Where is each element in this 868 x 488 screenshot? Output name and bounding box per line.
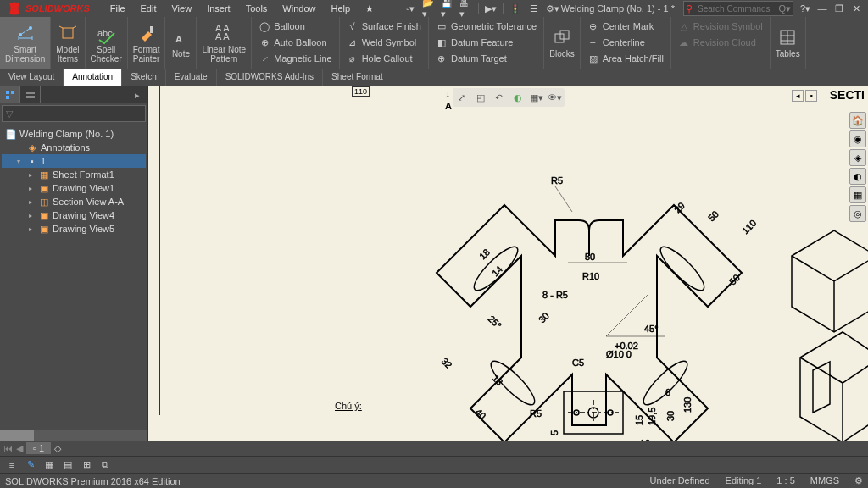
hole-callout-button[interactable]: ⌀Hole Callout [347, 51, 413, 66]
status-scale[interactable]: 1 : 5 [776, 475, 794, 486]
add-sheet-icon[interactable]: ◇ [54, 443, 61, 454]
tree-root[interactable]: 📄Welding Clamp (No. 1) [2, 127, 146, 141]
rev-cloud-button[interactable]: ☁Revision Cloud [678, 35, 756, 50]
svg-rect-14 [6, 91, 9, 94]
section-icon: ◫ [38, 196, 50, 208]
sheet-nav-first[interactable]: ⏮ [3, 443, 13, 453]
options-icon[interactable]: ☰ [527, 2, 541, 15]
open-icon[interactable]: 📂▾ [422, 2, 436, 15]
menu-tools[interactable]: Tools [239, 2, 275, 16]
quick-snap-icon[interactable]: ⊞ [80, 458, 93, 472]
zoom-fit-icon[interactable]: ⤢ [454, 90, 470, 105]
minimize-icon[interactable]: — [815, 2, 829, 15]
menu-edit[interactable]: Edit [134, 2, 164, 16]
menu-insert[interactable]: Insert [200, 2, 237, 16]
print-icon[interactable]: 🖶▾ [459, 2, 473, 15]
menu-help[interactable]: Help [324, 2, 357, 16]
smart-dimension-button[interactable]: Smart Dimension [0, 17, 51, 69]
datum-target-button[interactable]: ⊕Datum Target [436, 51, 507, 66]
blocks-button[interactable]: Blocks [544, 17, 580, 69]
menu-window[interactable]: Window [275, 2, 322, 16]
search-go-icon[interactable]: Q▾ [778, 3, 791, 14]
tree-sheet1[interactable]: ▾▪1 [2, 154, 146, 168]
tree-annotations[interactable]: ◈Annotations [2, 141, 146, 154]
restore-icon[interactable]: ❐ [832, 2, 846, 15]
dimension-icon [15, 23, 36, 43]
nav-next[interactable]: ▪ [805, 90, 817, 102]
svg-rect-4 [150, 26, 153, 33]
rev-symbol-button[interactable]: △Revision Symbol [678, 19, 763, 34]
rebuild-icon[interactable]: 🚦 [509, 2, 522, 15]
tree-view5[interactable]: ▸▣Drawing View5 [2, 222, 146, 236]
hide-show-icon[interactable]: 👁▾ [548, 90, 563, 105]
sheet-nav-prev[interactable]: ◀ [16, 443, 23, 454]
tree-scrollbar[interactable] [0, 430, 147, 441]
menu-view[interactable]: View [164, 2, 198, 16]
svg-text:30: 30 [665, 411, 676, 421]
area-hatch-button[interactable]: ▨Area Hatch/Fill [587, 51, 664, 66]
select-icon[interactable]: ▶▾ [484, 2, 498, 15]
tab-sheet-format[interactable]: Sheet Format [323, 69, 392, 86]
tree-section-view[interactable]: ▸◫Section View A-A [2, 195, 146, 208]
section-view-icon[interactable]: ◐ [510, 90, 526, 105]
line-format-icon[interactable]: ✎ [24, 458, 37, 472]
filter-icon: ▽ [6, 108, 13, 119]
search-input[interactable] [694, 4, 776, 14]
help-icon[interactable]: ?▾ [798, 2, 812, 15]
tab-view-layout[interactable]: View Layout [0, 69, 64, 86]
property-tab[interactable] [20, 86, 41, 103]
grid-icon[interactable]: ▦ [42, 458, 56, 472]
tree-view4[interactable]: ▸▣Drawing View4 [2, 208, 146, 222]
svg-text:6: 6 [665, 387, 670, 397]
feature-manager-panel: ▸ ▽ 📄Welding Clamp (No. 1) ◈Annotations … [0, 86, 148, 441]
close-icon[interactable]: ✕ [849, 2, 863, 15]
tree-sheet-format[interactable]: ▸▦Sheet Format1 [2, 168, 146, 181]
prev-view-icon[interactable]: ↶ [492, 90, 507, 105]
feature-tree: 📄Welding Clamp (No. 1) ◈Annotations ▾▪1 … [0, 124, 147, 430]
svg-text:30: 30 [537, 310, 551, 324]
menu-file[interactable]: File [103, 2, 132, 16]
search-commands[interactable]: ⚲ Q▾ [683, 1, 793, 16]
line-style-icon[interactable]: ⧉ [98, 458, 112, 472]
sheet-tab-1[interactable]: ▫1 [26, 442, 51, 454]
layer-tool-icon[interactable]: ≡ [5, 458, 19, 472]
tab-sketch[interactable]: Sketch [122, 69, 166, 86]
weld-symbol-button[interactable]: ⊿Weld Symbol [347, 35, 417, 50]
tables-button[interactable]: Tables [771, 17, 806, 69]
magnetic-line-button[interactable]: ⟋Magnetic Line [259, 51, 332, 66]
feature-tree-tab[interactable] [0, 86, 20, 103]
datum-feature-button[interactable]: ◧Datum Feature [436, 35, 513, 50]
model-items-button[interactable]: Model Items [51, 17, 85, 69]
nav-buttons: ◂ ▪ [792, 90, 817, 102]
menu-search-icon[interactable]: ★ [359, 2, 381, 16]
center-mark-button[interactable]: ⊕Center Mark [587, 19, 654, 34]
format-painter-button[interactable]: Format Painter [128, 17, 166, 69]
status-units[interactable]: MMGS [810, 475, 839, 486]
new-icon[interactable]: ▫▾ [403, 2, 417, 15]
zoom-area-icon[interactable]: ◰ [473, 90, 488, 105]
sheet-border [159, 86, 160, 415]
surface-finish-button[interactable]: √Surface Finish [347, 19, 421, 34]
linear-note-pattern-button[interactable]: A AA A Linear Note Pattern [197, 17, 252, 69]
auto-balloon-button[interactable]: ⊕Auto Balloon [259, 35, 326, 50]
spell-checker-button[interactable]: abc Spell Checker [86, 17, 128, 69]
save-icon[interactable]: 💾▾ [441, 2, 454, 15]
centerline-button[interactable]: ╌Centerline [587, 35, 645, 50]
panel-expand[interactable]: ▸ [127, 86, 147, 103]
title-bar: SOLIDWORKS File Edit View Insert Tools W… [0, 0, 868, 17]
display-style-icon[interactable]: ▦▾ [529, 90, 544, 105]
note-button[interactable]: A Note [165, 17, 197, 69]
nav-prev[interactable]: ◂ [792, 90, 804, 102]
tab-evaluate[interactable]: Evaluate [166, 69, 217, 86]
settings-icon[interactable]: ⚙▾ [546, 2, 559, 15]
tab-addins[interactable]: SOLIDWORKS Add-Ins [217, 69, 323, 86]
geo-tolerance-button[interactable]: ▭Geometric Tolerance [436, 19, 537, 34]
status-config-icon[interactable]: ⚙ [854, 475, 863, 486]
tab-annotation[interactable]: Annotation [64, 69, 122, 86]
balloon-button[interactable]: ◯Balloon [259, 19, 305, 34]
tree-filter[interactable]: ▽ [2, 105, 146, 122]
tree-view1[interactable]: ▸▣Drawing View1 [2, 181, 146, 195]
drawing-canvas[interactable]: ⤢ ◰ ↶ ◐ ▦▾ 👁▾ 110 ↓A ◂ ▪ SECTI 🏠 ◉ ◈ ◐ ▦… [148, 86, 868, 441]
snap-icon[interactable]: ▤ [61, 458, 75, 472]
status-editing[interactable]: Editing 1 [726, 475, 762, 486]
